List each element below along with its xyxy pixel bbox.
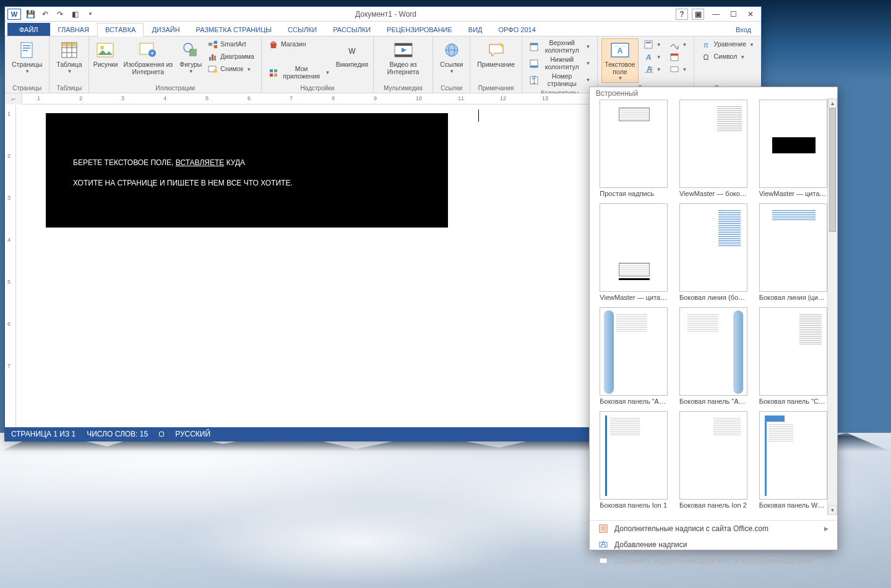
sign-in-link[interactable]: Вход xyxy=(732,23,755,36)
object-button[interactable]: ▼ xyxy=(666,63,691,75)
symbol-button[interactable]: ΩСимвол▼ xyxy=(698,51,757,63)
equation-button[interactable]: πУравнение▼ xyxy=(698,38,757,51)
svg-point-25 xyxy=(213,69,217,73)
screenshot-button[interactable]: Снимок▼ xyxy=(205,63,257,75)
document-textbox[interactable]: БЕРЕТЕ ТЕКСТОВОЕ ПОЛЕ, ВСТАВЛЯЕТЕ КУДА Х… xyxy=(46,113,448,228)
gallery-item-label: Боковая панель Whisp xyxy=(759,501,827,509)
signature-button[interactable]: ▼ xyxy=(666,38,691,51)
help-button[interactable]: ? xyxy=(676,9,688,20)
save-icon[interactable]: 💾 xyxy=(25,9,36,20)
macro-record-icon[interactable] xyxy=(159,432,164,437)
svg-rect-15 xyxy=(189,49,197,56)
tab-mailings[interactable]: РАССЫЛКИ xyxy=(325,23,379,36)
qa-customize-dropdown[interactable]: ▼ xyxy=(85,9,96,20)
gallery-thumbnail xyxy=(759,100,827,188)
gallery-more-online[interactable]: Дополнительные надписи с сайта Office.co… xyxy=(590,521,837,537)
text-cursor xyxy=(478,109,479,122)
gallery-item[interactable]: ViewMaster — цитата... xyxy=(756,100,830,197)
window-title: Документ1 - Word xyxy=(96,10,676,19)
links-button[interactable]: Ссылки▼ xyxy=(437,38,466,76)
status-language[interactable]: РУССКИЙ xyxy=(175,430,210,438)
svg-rect-70 xyxy=(601,526,606,531)
table-button[interactable]: Таблица▼ xyxy=(53,38,85,76)
svg-rect-49 xyxy=(646,42,651,43)
my-apps-button[interactable]: Мои приложения▼ xyxy=(265,64,333,81)
dropcap-button[interactable]: A▼ xyxy=(640,63,665,75)
tab-review[interactable]: РЕЦЕНЗИРОВАНИЕ xyxy=(379,23,460,36)
gallery-item[interactable]: Боковая панель Whisp xyxy=(756,411,830,509)
pictures-button[interactable]: Рисунки xyxy=(93,38,118,70)
store-button[interactable]: Магазин xyxy=(265,38,333,51)
gallery-item[interactable]: ViewMaster — цитата... xyxy=(597,203,671,301)
gallery-item[interactable]: Боковая линия (боко... xyxy=(677,203,751,301)
page-icon xyxy=(17,40,37,60)
tab-references[interactable]: ССЫЛКИ xyxy=(280,23,325,36)
scroll-up-icon[interactable]: ▲ xyxy=(828,98,837,108)
gallery-item-label: Боковая панель "Се... xyxy=(759,398,827,405)
gallery-item[interactable]: Боковая линия (цита... xyxy=(756,203,830,301)
close-button[interactable]: ✕ xyxy=(742,9,759,20)
gallery-scrollbar[interactable]: ▲ ▼ xyxy=(827,98,837,515)
wordart-button[interactable]: A▼ xyxy=(640,51,665,63)
gallery-item[interactable]: Боковая панель "Асп... xyxy=(677,307,751,405)
tab-insert[interactable]: ВСТАВКА xyxy=(97,23,144,36)
link-icon xyxy=(442,40,462,60)
online-video-button[interactable]: Видео из Интернета xyxy=(377,38,429,77)
ribbon-display-button[interactable]: ▣ xyxy=(692,9,704,20)
svg-text:π: π xyxy=(704,41,708,49)
group-tables: Таблица▼ Таблицы xyxy=(50,36,89,93)
gallery-draw-textbox[interactable]: A Добавление надписи xyxy=(590,537,837,553)
gallery-item[interactable]: Боковая панель "Асп... xyxy=(597,307,671,405)
comment-button[interactable]: Примечание xyxy=(474,38,518,70)
page-number-icon: #1 xyxy=(529,75,539,85)
scrollbar-thumb[interactable] xyxy=(829,108,836,232)
tab-design[interactable]: ДИЗАЙН xyxy=(144,23,187,36)
svg-rect-56 xyxy=(671,54,678,56)
undo-icon[interactable]: ↶ xyxy=(40,9,51,20)
svg-rect-33 xyxy=(395,54,412,57)
gallery-thumbnail xyxy=(600,411,668,500)
tab-layout[interactable]: РАЗМЕТКА СТРАНИЦЫ xyxy=(188,23,280,36)
status-page[interactable]: СТРАНИЦА 1 ИЗ 1 xyxy=(11,430,75,438)
status-words[interactable]: ЧИСЛО СЛОВ: 15 xyxy=(87,430,148,438)
tab-home[interactable]: ГЛАВНАЯ xyxy=(50,23,97,36)
shapes-button[interactable]: Фигуры▼ xyxy=(178,38,203,76)
datetime-button[interactable] xyxy=(666,51,691,63)
scroll-down-icon[interactable]: ▼ xyxy=(828,505,837,515)
gallery-item[interactable]: Боковая панель Ion 1 xyxy=(597,411,671,509)
draw-textbox-icon: A xyxy=(598,540,608,550)
smartart-icon xyxy=(208,40,218,49)
svg-line-20 xyxy=(212,45,214,47)
minimize-button[interactable]: — xyxy=(708,9,724,20)
gallery-item-label: Боковая панель Ion 2 xyxy=(679,501,747,509)
textbox-button[interactable]: A Текстовое поле▼ xyxy=(601,38,638,83)
tab-view[interactable]: ВИД xyxy=(460,23,491,36)
gallery-item-label: ViewMaster — цитата... xyxy=(759,190,827,197)
tab-file[interactable]: ФАЙЛ xyxy=(7,23,50,36)
date-icon xyxy=(669,52,679,62)
gallery-item[interactable]: Боковая панель Ion 2 xyxy=(677,411,751,509)
svg-rect-38 xyxy=(530,43,538,45)
pages-button[interactable]: Страницы▼ xyxy=(9,38,45,76)
svg-line-19 xyxy=(212,43,214,45)
header-icon xyxy=(529,42,539,52)
gallery-item[interactable]: Боковая панель "Се... xyxy=(756,307,830,405)
redo-icon[interactable]: ↷ xyxy=(54,9,66,20)
quickparts-button[interactable]: ▼ xyxy=(640,38,665,51)
tab-orfo[interactable]: ОРФО 2014 xyxy=(491,23,544,36)
touch-mode-icon[interactable]: ◧ xyxy=(69,9,80,20)
maximize-button[interactable]: ☐ xyxy=(725,9,741,20)
textbox-gallery-panel: Встроенный Простая надписьViewMaster — б… xyxy=(589,87,838,550)
footer-button[interactable]: Нижний колонтитул▼ xyxy=(526,55,593,72)
gallery-item[interactable]: ViewMaster — боков... xyxy=(677,100,751,197)
smartart-button[interactable]: SmartArt xyxy=(205,38,257,51)
gallery-item[interactable]: Простая надпись xyxy=(597,100,671,197)
vertical-ruler[interactable]: 1234567 xyxy=(5,104,16,427)
page-number-button[interactable]: #1Номер страницы▼ xyxy=(526,72,593,88)
header-button[interactable]: Верхний колонтитул▼ xyxy=(526,38,593,55)
wikipedia-button[interactable]: W Википедия xyxy=(335,38,369,70)
online-pictures-button[interactable]: Изображения из Интернета xyxy=(119,38,176,77)
svg-rect-23 xyxy=(214,56,216,61)
chart-button[interactable]: Диаграмма xyxy=(205,51,257,63)
screenshot-icon xyxy=(208,64,218,74)
